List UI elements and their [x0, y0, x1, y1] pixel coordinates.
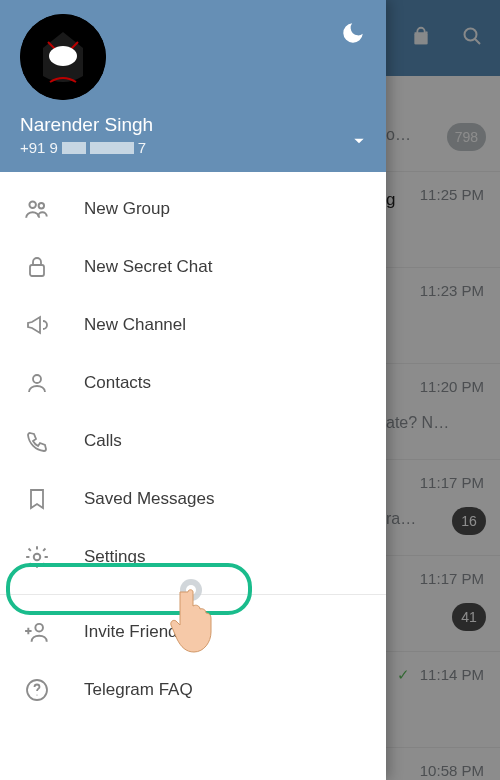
svg-point-8 — [33, 375, 41, 383]
menu-item-saved-messages[interactable]: Saved Messages — [0, 470, 386, 528]
drawer-header: Narender Singh +91 9 7 — [0, 0, 386, 172]
menu-label: Calls — [84, 431, 122, 451]
menu-item-new-secret-chat[interactable]: New Secret Chat — [0, 238, 386, 296]
user-phone: +91 9 7 — [20, 139, 366, 156]
menu-item-new-group[interactable]: New Group — [0, 180, 386, 238]
menu-divider — [0, 594, 386, 595]
phone-digit: 9 — [49, 139, 57, 156]
group-icon — [24, 196, 50, 222]
person-icon — [24, 370, 50, 396]
phone-redaction — [62, 142, 86, 154]
menu-item-invite-friends[interactable]: Invite Friends — [0, 603, 386, 661]
menu-label: Contacts — [84, 373, 151, 393]
menu-label: New Channel — [84, 315, 186, 335]
menu-label: Invite Friends — [84, 622, 186, 642]
lock-icon — [24, 254, 50, 280]
phone-icon — [24, 428, 50, 454]
svg-point-4 — [49, 46, 77, 66]
svg-point-6 — [39, 203, 44, 208]
phone-redaction — [90, 142, 134, 154]
phone-prefix: +91 — [20, 139, 45, 156]
svg-point-5 — [29, 201, 36, 208]
user-name: Narender Singh — [20, 114, 366, 136]
person-add-icon — [24, 619, 50, 645]
megaphone-icon — [24, 312, 50, 338]
account-expand-icon[interactable] — [352, 134, 366, 152]
navigation-drawer: Narender Singh +91 9 7 New Group — [0, 0, 386, 780]
bookmark-icon — [24, 486, 50, 512]
menu-label: Settings — [84, 547, 145, 567]
help-icon — [24, 677, 50, 703]
svg-rect-7 — [30, 265, 44, 276]
menu-item-settings[interactable]: Settings — [0, 528, 386, 586]
menu-item-telegram-faq[interactable]: Telegram FAQ — [0, 661, 386, 719]
menu-item-new-channel[interactable]: New Channel — [0, 296, 386, 354]
menu-item-contacts[interactable]: Contacts — [0, 354, 386, 412]
svg-point-12 — [36, 694, 37, 695]
drawer-menu: New Group New Secret Chat New Channel Co… — [0, 172, 386, 780]
menu-item-calls[interactable]: Calls — [0, 412, 386, 470]
menu-label: New Group — [84, 199, 170, 219]
svg-point-9 — [34, 554, 41, 561]
user-avatar[interactable] — [20, 14, 106, 100]
phone-digit: 7 — [138, 139, 146, 156]
svg-point-10 — [35, 624, 43, 632]
gear-icon — [24, 544, 50, 570]
menu-label: New Secret Chat — [84, 257, 213, 277]
menu-label: Telegram FAQ — [84, 680, 193, 700]
menu-label: Saved Messages — [84, 489, 214, 509]
night-mode-icon[interactable] — [340, 20, 366, 50]
